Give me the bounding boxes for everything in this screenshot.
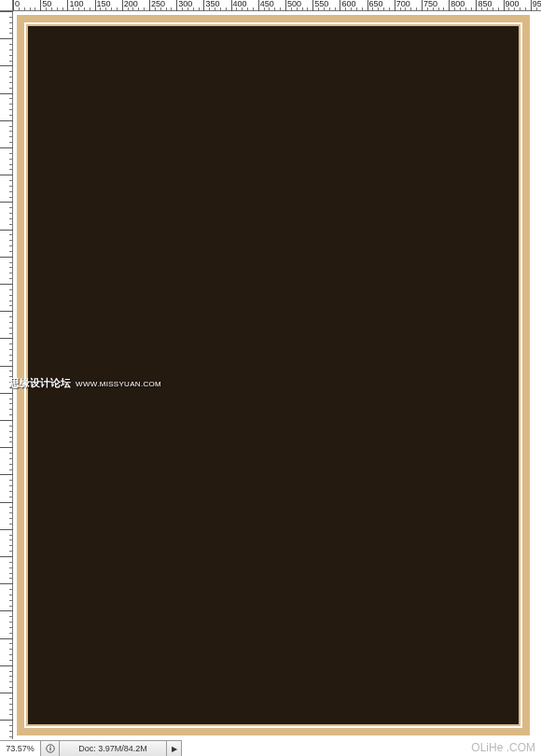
svg-rect-1 — [49, 748, 50, 750]
status-menu-arrow-icon[interactable]: ▶ — [167, 741, 182, 756]
ruler-v-tick — [0, 502, 13, 503]
document[interactable] — [17, 15, 530, 735]
ruler-h-tick: 400 — [231, 0, 247, 11]
ruler-v-tick — [0, 720, 13, 721]
watermark-center: 思缘设计论坛 WWW.MISSYUAN.COM — [9, 376, 161, 390]
ruler-h-tick: 100 — [67, 0, 83, 11]
ruler-v-tick — [0, 393, 13, 394]
ruler-horizontal[interactable]: 0501001502002503003504004505005506006507… — [13, 0, 541, 11]
status-bar: 73.57% Doc: 3.97M/84.2M ▶ — [0, 740, 182, 756]
ruler-v-tick — [0, 175, 13, 175]
zoom-field[interactable]: 73.57% — [0, 741, 41, 756]
ruler-h-tick: 800 — [449, 0, 465, 11]
ruler-v-tick — [0, 447, 13, 448]
ruler-v-tick — [0, 93, 13, 94]
ruler-v-tick — [0, 338, 13, 339]
doc-size-field[interactable]: Doc: 3.97M/84.2M — [60, 741, 167, 756]
watermark-bottom-right: OLiHe .COM — [471, 741, 535, 754]
ruler-h-tick: 500 — [285, 0, 301, 11]
ruler-v-tick — [0, 120, 13, 121]
ruler-v-tick — [0, 638, 13, 639]
ruler-v-tick — [0, 610, 13, 611]
ruler-h-tick: 300 — [176, 0, 192, 11]
ruler-h-tick: 750 — [422, 0, 437, 11]
ruler-v-tick — [0, 529, 13, 530]
ruler-v-tick — [0, 65, 13, 66]
ruler-v-tick — [0, 583, 13, 584]
ruler-origin[interactable] — [0, 0, 13, 11]
ruler-v-tick — [0, 420, 13, 421]
watermark-center-sub: WWW.MISSYUAN.COM — [76, 380, 161, 388]
ruler-v-tick — [0, 11, 13, 12]
ruler-v-tick — [0, 474, 13, 475]
ruler-h-tick: 650 — [368, 0, 383, 11]
ruler-v-tick — [0, 366, 13, 367]
ruler-v-tick — [0, 202, 13, 203]
ruler-v-tick — [0, 147, 13, 148]
ruler-h-tick: 150 — [95, 0, 111, 11]
ruler-h-tick: 450 — [258, 0, 274, 11]
ruler-h-tick: 900 — [504, 0, 520, 11]
ruler-v-tick — [0, 38, 13, 39]
ruler-h-tick: 850 — [476, 0, 492, 11]
frame-fill — [28, 26, 519, 724]
ruler-h-tick: 250 — [149, 0, 165, 11]
ruler-h-tick: 550 — [312, 0, 328, 11]
ruler-v-tick — [0, 230, 13, 231]
ruler-v-tick — [0, 693, 13, 693]
info-icon[interactable] — [41, 741, 60, 756]
ruler-v-tick — [0, 311, 13, 312]
canvas-area[interactable] — [13, 11, 541, 739]
ruler-h-tick: 350 — [203, 0, 219, 11]
ruler-h-tick: 700 — [395, 0, 410, 11]
ruler-h-tick: 200 — [122, 0, 138, 11]
watermark-center-main: 思缘设计论坛 — [9, 377, 71, 388]
ruler-vertical[interactable] — [0, 11, 13, 739]
ruler-h-tick: 600 — [340, 0, 355, 11]
ruler-v-tick — [0, 556, 13, 557]
ruler-v-tick — [0, 665, 13, 666]
svg-rect-2 — [49, 746, 50, 747]
ruler-v-tick — [0, 284, 13, 285]
ruler-v-tick — [0, 257, 13, 258]
